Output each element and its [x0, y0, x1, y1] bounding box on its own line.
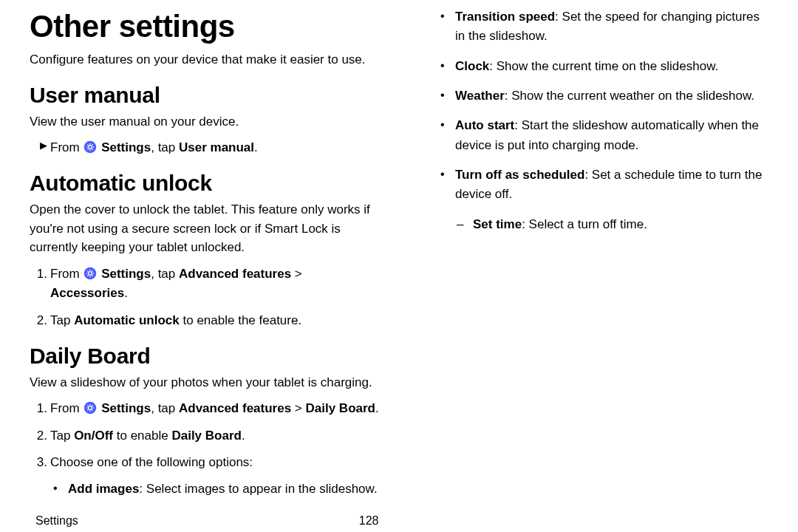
text: Accessories — [50, 286, 124, 300]
text: , tap — [151, 267, 179, 281]
option-desc: : Show the current time on the slideshow… — [489, 59, 718, 73]
text: , tap — [151, 401, 179, 415]
daily-board-desc: View a slideshow of your photos when you… — [30, 373, 381, 392]
page-title: Other settings — [30, 9, 381, 44]
manual-page: Other settings Configure features on you… — [0, 0, 798, 532]
text: > — [291, 401, 305, 415]
text: Tap — [50, 429, 74, 443]
footer-section-name: Settings — [35, 514, 78, 528]
daily-board-step-1: 1. From Settings, tap Advanced features … — [50, 399, 381, 418]
bullet-icon: • — [440, 7, 445, 26]
text: Advanced features — [179, 401, 291, 415]
settings-gear-icon — [83, 267, 97, 280]
option-label: Add images — [68, 482, 139, 496]
daily-board-step-2: 2. Tap On/Off to enable Daily Board. — [50, 426, 381, 446]
step-number: 1. — [30, 399, 47, 418]
option-desc: : Select images to appear in the slidesh… — [139, 482, 377, 496]
option-label: Weather — [455, 89, 505, 103]
option-weather: • Weather: Show the current weather on t… — [455, 86, 768, 106]
user-manual-desc: View the user manual on your device. — [30, 112, 381, 132]
text: > — [291, 267, 302, 281]
section-daily-board: Daily Board — [30, 344, 381, 369]
text: From — [50, 401, 83, 415]
option-desc: : Select a turn off time. — [522, 217, 647, 231]
text: . — [375, 401, 379, 415]
text: . — [254, 140, 258, 154]
bullet-icon: • — [440, 57, 445, 75]
option-clock: • Clock: Show the current time on the sl… — [455, 57, 768, 76]
text: From — [50, 140, 83, 154]
option-label: Set time — [473, 217, 522, 231]
bullet-icon: • — [440, 86, 445, 105]
option-desc: : Show the current weather on the slides… — [505, 89, 754, 103]
text: . — [242, 429, 245, 443]
step-number: 3. — [30, 453, 47, 472]
dash-icon: – — [457, 215, 463, 234]
option-label: Clock — [455, 59, 489, 73]
text: On/Off — [74, 429, 113, 443]
text: to enable — [113, 429, 171, 443]
automatic-unlock-desc: Open the cover to unlock the tablet. Thi… — [30, 200, 381, 257]
text: Settings — [101, 267, 151, 281]
text: Daily Board — [306, 401, 375, 415]
footer-page-number: 128 — [359, 514, 379, 528]
text: Settings — [101, 401, 151, 415]
text: Settings — [101, 140, 151, 154]
option-label: Auto start — [455, 118, 514, 132]
bullet-icon: • — [53, 480, 58, 498]
option-auto-start: • Auto start: Start the slideshow automa… — [455, 116, 768, 155]
text: Advanced features — [179, 267, 291, 281]
option-add-images: • Add images: Select images to appear in… — [68, 480, 381, 499]
page-footer: Settings 128 — [35, 514, 763, 528]
daily-board-step-3: 3. Choose one of the following options: — [50, 453, 381, 472]
page-intro: Configure features on your device that m… — [30, 50, 381, 69]
text: Tap — [50, 313, 74, 327]
bullet-icon: • — [440, 116, 445, 134]
text: User manual — [179, 140, 254, 154]
option-turn-off-scheduled: • Turn off as scheduled: Set a schedule … — [455, 166, 768, 205]
text: to enable the feature. — [180, 313, 301, 327]
option-set-time: – Set time: Select a turn off time. — [473, 215, 768, 234]
automatic-unlock-step-2: 2. Tap Automatic unlock to enable the fe… — [50, 311, 381, 330]
play-icon: ▶ — [30, 138, 47, 153]
text: Daily Board — [171, 429, 241, 443]
section-automatic-unlock: Automatic unlock — [30, 171, 381, 196]
option-label: Turn off as scheduled — [455, 168, 584, 182]
option-transition-speed: • Transition speed: Set the speed for ch… — [455, 7, 768, 47]
text: Choose one of the following options: — [50, 455, 253, 469]
text: . — [124, 286, 128, 300]
step-number: 1. — [30, 265, 47, 284]
option-label: Transition speed — [455, 10, 555, 24]
settings-gear-icon — [83, 140, 97, 154]
automatic-unlock-step-1: 1. From Settings, tap Advanced features … — [50, 265, 381, 304]
text: Automatic unlock — [74, 313, 180, 327]
section-user-manual: User manual — [30, 83, 381, 108]
step-number: 2. — [30, 311, 47, 330]
text: , tap — [151, 140, 179, 154]
text: From — [50, 267, 83, 281]
user-manual-step: ▶ From Settings, tap User manual. — [50, 138, 381, 157]
bullet-icon: • — [440, 166, 445, 184]
settings-gear-icon — [83, 401, 97, 415]
step-number: 2. — [30, 426, 47, 446]
